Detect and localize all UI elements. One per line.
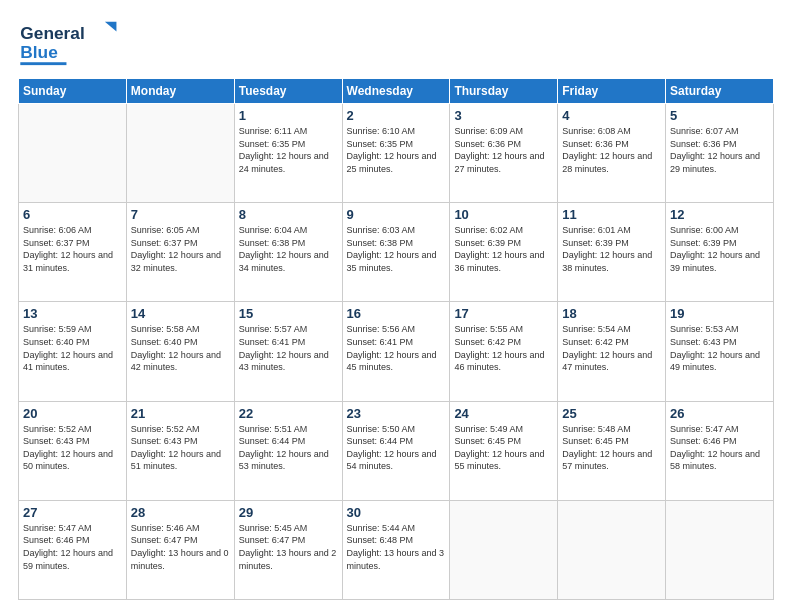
day-info: Sunrise: 5:58 AMSunset: 6:40 PMDaylight:… [131, 324, 221, 372]
day-number: 9 [347, 207, 446, 222]
day-number: 11 [562, 207, 661, 222]
day-number: 29 [239, 505, 338, 520]
calendar-cell: 14 Sunrise: 5:58 AMSunset: 6:40 PMDaylig… [126, 302, 234, 401]
day-number: 12 [670, 207, 769, 222]
calendar-cell: 23 Sunrise: 5:50 AMSunset: 6:44 PMDaylig… [342, 401, 450, 500]
day-number: 22 [239, 406, 338, 421]
calendar-table: SundayMondayTuesdayWednesdayThursdayFrid… [18, 78, 774, 600]
day-info: Sunrise: 5:51 AMSunset: 6:44 PMDaylight:… [239, 424, 329, 472]
header: General Blue [18, 18, 774, 68]
calendar-cell: 19 Sunrise: 5:53 AMSunset: 6:43 PMDaylig… [666, 302, 774, 401]
logo: General Blue [18, 18, 138, 68]
calendar-cell: 26 Sunrise: 5:47 AMSunset: 6:46 PMDaylig… [666, 401, 774, 500]
calendar-cell [450, 500, 558, 599]
day-info: Sunrise: 6:09 AMSunset: 6:36 PMDaylight:… [454, 126, 544, 174]
week-row-3: 13 Sunrise: 5:59 AMSunset: 6:40 PMDaylig… [19, 302, 774, 401]
day-info: Sunrise: 5:59 AMSunset: 6:40 PMDaylight:… [23, 324, 113, 372]
day-number: 24 [454, 406, 553, 421]
day-number: 2 [347, 108, 446, 123]
calendar-cell [666, 500, 774, 599]
day-info: Sunrise: 6:04 AMSunset: 6:38 PMDaylight:… [239, 225, 329, 273]
day-number: 10 [454, 207, 553, 222]
calendar-cell: 10 Sunrise: 6:02 AMSunset: 6:39 PMDaylig… [450, 203, 558, 302]
svg-marker-1 [105, 22, 117, 32]
calendar-cell: 20 Sunrise: 5:52 AMSunset: 6:43 PMDaylig… [19, 401, 127, 500]
day-number: 13 [23, 306, 122, 321]
weekday-sunday: Sunday [19, 79, 127, 104]
weekday-saturday: Saturday [666, 79, 774, 104]
day-info: Sunrise: 6:06 AMSunset: 6:37 PMDaylight:… [23, 225, 113, 273]
weekday-thursday: Thursday [450, 79, 558, 104]
calendar-cell: 25 Sunrise: 5:48 AMSunset: 6:45 PMDaylig… [558, 401, 666, 500]
day-number: 27 [23, 505, 122, 520]
day-number: 4 [562, 108, 661, 123]
weekday-friday: Friday [558, 79, 666, 104]
day-info: Sunrise: 6:10 AMSunset: 6:35 PMDaylight:… [347, 126, 437, 174]
day-number: 6 [23, 207, 122, 222]
day-number: 26 [670, 406, 769, 421]
calendar-cell: 1 Sunrise: 6:11 AMSunset: 6:35 PMDayligh… [234, 104, 342, 203]
day-info: Sunrise: 5:52 AMSunset: 6:43 PMDaylight:… [23, 424, 113, 472]
day-number: 8 [239, 207, 338, 222]
calendar-cell: 22 Sunrise: 5:51 AMSunset: 6:44 PMDaylig… [234, 401, 342, 500]
calendar-cell: 27 Sunrise: 5:47 AMSunset: 6:46 PMDaylig… [19, 500, 127, 599]
svg-text:General: General [20, 23, 84, 43]
week-row-5: 27 Sunrise: 5:47 AMSunset: 6:46 PMDaylig… [19, 500, 774, 599]
calendar-cell: 8 Sunrise: 6:04 AMSunset: 6:38 PMDayligh… [234, 203, 342, 302]
day-info: Sunrise: 5:46 AMSunset: 6:47 PMDaylight:… [131, 523, 229, 571]
day-info: Sunrise: 5:53 AMSunset: 6:43 PMDaylight:… [670, 324, 760, 372]
day-number: 17 [454, 306, 553, 321]
weekday-monday: Monday [126, 79, 234, 104]
day-number: 3 [454, 108, 553, 123]
day-info: Sunrise: 5:48 AMSunset: 6:45 PMDaylight:… [562, 424, 652, 472]
calendar-cell: 30 Sunrise: 5:44 AMSunset: 6:48 PMDaylig… [342, 500, 450, 599]
calendar-cell: 15 Sunrise: 5:57 AMSunset: 6:41 PMDaylig… [234, 302, 342, 401]
calendar-cell: 6 Sunrise: 6:06 AMSunset: 6:37 PMDayligh… [19, 203, 127, 302]
day-number: 25 [562, 406, 661, 421]
svg-rect-3 [20, 62, 66, 65]
day-info: Sunrise: 6:01 AMSunset: 6:39 PMDaylight:… [562, 225, 652, 273]
day-number: 7 [131, 207, 230, 222]
day-number: 16 [347, 306, 446, 321]
day-info: Sunrise: 6:08 AMSunset: 6:36 PMDaylight:… [562, 126, 652, 174]
day-info: Sunrise: 5:47 AMSunset: 6:46 PMDaylight:… [23, 523, 113, 571]
weekday-tuesday: Tuesday [234, 79, 342, 104]
calendar-cell: 2 Sunrise: 6:10 AMSunset: 6:35 PMDayligh… [342, 104, 450, 203]
calendar-body: 1 Sunrise: 6:11 AMSunset: 6:35 PMDayligh… [19, 104, 774, 600]
week-row-1: 1 Sunrise: 6:11 AMSunset: 6:35 PMDayligh… [19, 104, 774, 203]
day-info: Sunrise: 5:44 AMSunset: 6:48 PMDaylight:… [347, 523, 445, 571]
calendar-cell [558, 500, 666, 599]
calendar-cell: 5 Sunrise: 6:07 AMSunset: 6:36 PMDayligh… [666, 104, 774, 203]
day-info: Sunrise: 5:55 AMSunset: 6:42 PMDaylight:… [454, 324, 544, 372]
weekday-row: SundayMondayTuesdayWednesdayThursdayFrid… [19, 79, 774, 104]
calendar-cell: 21 Sunrise: 5:52 AMSunset: 6:43 PMDaylig… [126, 401, 234, 500]
day-number: 21 [131, 406, 230, 421]
day-info: Sunrise: 5:56 AMSunset: 6:41 PMDaylight:… [347, 324, 437, 372]
svg-text:Blue: Blue [20, 42, 58, 62]
day-info: Sunrise: 5:47 AMSunset: 6:46 PMDaylight:… [670, 424, 760, 472]
calendar-cell: 16 Sunrise: 5:56 AMSunset: 6:41 PMDaylig… [342, 302, 450, 401]
day-info: Sunrise: 6:07 AMSunset: 6:36 PMDaylight:… [670, 126, 760, 174]
day-number: 23 [347, 406, 446, 421]
day-info: Sunrise: 5:57 AMSunset: 6:41 PMDaylight:… [239, 324, 329, 372]
day-number: 18 [562, 306, 661, 321]
day-number: 19 [670, 306, 769, 321]
calendar-cell: 4 Sunrise: 6:08 AMSunset: 6:36 PMDayligh… [558, 104, 666, 203]
day-number: 15 [239, 306, 338, 321]
page: General Blue SundayMondayTuesdayWednesda… [0, 0, 792, 612]
calendar-cell: 7 Sunrise: 6:05 AMSunset: 6:37 PMDayligh… [126, 203, 234, 302]
day-info: Sunrise: 6:02 AMSunset: 6:39 PMDaylight:… [454, 225, 544, 273]
calendar-cell: 13 Sunrise: 5:59 AMSunset: 6:40 PMDaylig… [19, 302, 127, 401]
calendar-cell: 24 Sunrise: 5:49 AMSunset: 6:45 PMDaylig… [450, 401, 558, 500]
day-info: Sunrise: 6:03 AMSunset: 6:38 PMDaylight:… [347, 225, 437, 273]
calendar-header: SundayMondayTuesdayWednesdayThursdayFrid… [19, 79, 774, 104]
day-number: 30 [347, 505, 446, 520]
day-info: Sunrise: 5:54 AMSunset: 6:42 PMDaylight:… [562, 324, 652, 372]
calendar-cell: 28 Sunrise: 5:46 AMSunset: 6:47 PMDaylig… [126, 500, 234, 599]
calendar-cell: 9 Sunrise: 6:03 AMSunset: 6:38 PMDayligh… [342, 203, 450, 302]
week-row-4: 20 Sunrise: 5:52 AMSunset: 6:43 PMDaylig… [19, 401, 774, 500]
day-info: Sunrise: 6:05 AMSunset: 6:37 PMDaylight:… [131, 225, 221, 273]
calendar-cell [126, 104, 234, 203]
calendar-cell: 3 Sunrise: 6:09 AMSunset: 6:36 PMDayligh… [450, 104, 558, 203]
day-info: Sunrise: 6:11 AMSunset: 6:35 PMDaylight:… [239, 126, 329, 174]
